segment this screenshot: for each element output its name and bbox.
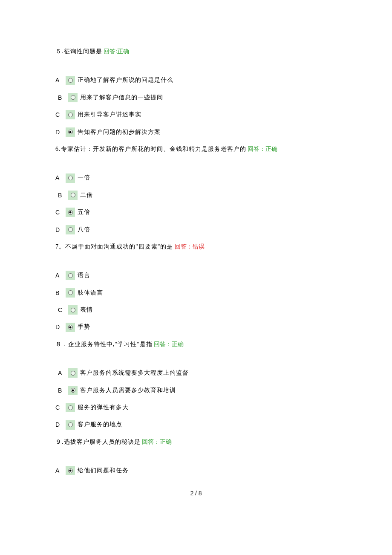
option-row: B肢体语言 xyxy=(55,288,337,298)
radio-button[interactable] xyxy=(66,208,75,217)
question-line: 6.专家估计：开发新的客户所花的时间、金钱和精力是服务老客户的 回答：正确 xyxy=(55,145,337,154)
option-letter: B xyxy=(55,288,63,298)
radio-icon xyxy=(68,78,73,83)
radio-icon xyxy=(68,468,73,473)
option-letter: D xyxy=(55,322,63,332)
option-row: A客户服务的系统需要多大程度上的监督 xyxy=(55,368,337,378)
radio-icon xyxy=(68,273,73,278)
answer-status: 回答：错误 xyxy=(175,243,205,250)
radio-icon xyxy=(71,371,75,376)
question-number: ５. xyxy=(55,48,64,55)
option-row: A给他们问题和任务 xyxy=(55,466,337,475)
radio-button[interactable] xyxy=(68,93,78,102)
option-letter: A xyxy=(55,75,63,85)
question-number: ８． xyxy=(55,341,68,347)
option-text: 客户服务人员需要多少教育和培训 xyxy=(80,386,176,395)
option-row: D客户服务的地点 xyxy=(55,420,337,429)
option-letter: C xyxy=(58,305,66,315)
radio-icon xyxy=(68,325,73,330)
option-row: A一倍 xyxy=(55,173,337,182)
radio-button[interactable] xyxy=(68,305,78,315)
option-letter: B xyxy=(58,93,66,102)
option-text: 客户服务的地点 xyxy=(78,420,122,429)
radio-button[interactable] xyxy=(68,368,78,378)
radio-button[interactable] xyxy=(66,420,75,430)
option-text: 手势 xyxy=(78,322,90,332)
question-line: ８．企业服务特性中,"学习性"是指 回答：正确 xyxy=(55,340,337,349)
radio-button[interactable] xyxy=(66,466,75,475)
option-row: B二倍 xyxy=(55,191,337,200)
option-row: C用来引导客户讲述事实 xyxy=(55,110,337,119)
radio-icon xyxy=(68,227,73,232)
radio-icon xyxy=(68,113,73,117)
answer-status: 回答:正确 xyxy=(104,48,129,55)
answer-status: 回答：正确 xyxy=(248,146,277,152)
option-row: B用来了解客户信息的一些提问 xyxy=(55,93,337,102)
option-text: 八倍 xyxy=(78,225,90,234)
radio-icon xyxy=(68,176,73,180)
question-line: ５.征询性问题是 回答:正确 xyxy=(55,47,337,56)
radio-icon xyxy=(71,193,75,197)
option-text: 肢体语言 xyxy=(78,288,103,298)
option-row: A正确地了解客户所说的问题是什么 xyxy=(55,75,337,85)
option-letter: A xyxy=(58,368,66,378)
option-letter: A xyxy=(55,173,63,182)
option-row: D手势 xyxy=(55,322,337,332)
radio-button[interactable] xyxy=(66,76,75,85)
page-footer: 2 / 8 xyxy=(55,489,337,498)
option-row: C服务的弹性有多大 xyxy=(55,403,337,412)
radio-button[interactable] xyxy=(66,288,75,298)
radio-icon xyxy=(71,388,75,393)
question-text: 企业服务特性中,"学习性"是指 xyxy=(68,341,153,347)
answer-status: 回答：正确 xyxy=(154,341,184,347)
radio-button[interactable] xyxy=(66,173,75,183)
option-letter: B xyxy=(58,386,66,395)
question-text: 专家估计：开发新的客户所花的时间、金钱和精力是服务老客户的 xyxy=(61,146,246,152)
option-text: 给他们问题和任务 xyxy=(78,466,129,475)
radio-button[interactable] xyxy=(68,386,78,395)
option-text: 正确地了解客户所说的问题是什么 xyxy=(78,75,173,85)
radio-button[interactable] xyxy=(66,127,75,137)
option-letter: D xyxy=(55,420,63,429)
radio-button[interactable] xyxy=(68,191,78,200)
option-letter: A xyxy=(55,466,63,475)
answer-status: 回答：正确 xyxy=(142,439,172,445)
option-row: C表情 xyxy=(55,305,337,315)
option-letter: A xyxy=(55,271,63,280)
option-row: D八倍 xyxy=(55,225,337,234)
option-text: 客户服务的系统需要多大程度上的监督 xyxy=(80,368,189,378)
option-letter: D xyxy=(55,127,63,137)
radio-button[interactable] xyxy=(66,271,75,280)
radio-button[interactable] xyxy=(66,403,75,412)
option-text: 用来引导客户讲述事实 xyxy=(78,110,141,119)
question-number: 6. xyxy=(55,146,61,152)
option-text: 二倍 xyxy=(80,191,93,200)
question-number: ９. xyxy=(55,439,64,445)
question-text: 征询性问题是 xyxy=(64,48,102,55)
radio-button[interactable] xyxy=(66,323,75,332)
option-letter: D xyxy=(55,225,63,234)
question-number: 7。 xyxy=(55,243,65,250)
option-letter: C xyxy=(55,110,63,119)
option-letter: C xyxy=(55,403,63,412)
option-row: C五倍 xyxy=(55,208,337,217)
radio-icon xyxy=(68,290,73,295)
option-text: 一倍 xyxy=(78,173,90,182)
question-text: 不属于面对面沟通成功的"四要素"的是 xyxy=(65,243,173,250)
option-text: 语言 xyxy=(78,271,90,280)
radio-button[interactable] xyxy=(66,225,75,234)
option-text: 服务的弹性有多大 xyxy=(78,403,129,412)
option-text: 告知客户问题的初步解决方案 xyxy=(78,127,161,137)
question-line: ９.选拔客户服务人员的秘诀是 回答：正确 xyxy=(55,437,337,447)
radio-icon xyxy=(68,422,73,427)
question-line: 7。不属于面对面沟通成功的"四要素"的是 回答：错误 xyxy=(55,242,337,251)
question-text: 选拔客户服务人员的秘诀是 xyxy=(64,439,141,445)
option-text: 用来了解客户信息的一些提问 xyxy=(80,93,163,102)
option-row: A语言 xyxy=(55,271,337,280)
option-row: B客户服务人员需要多少教育和培训 xyxy=(55,386,337,395)
option-text: 五倍 xyxy=(78,208,90,217)
option-letter: C xyxy=(55,208,63,217)
radio-icon xyxy=(68,405,73,410)
radio-button[interactable] xyxy=(66,110,75,119)
option-letter: B xyxy=(58,191,66,200)
